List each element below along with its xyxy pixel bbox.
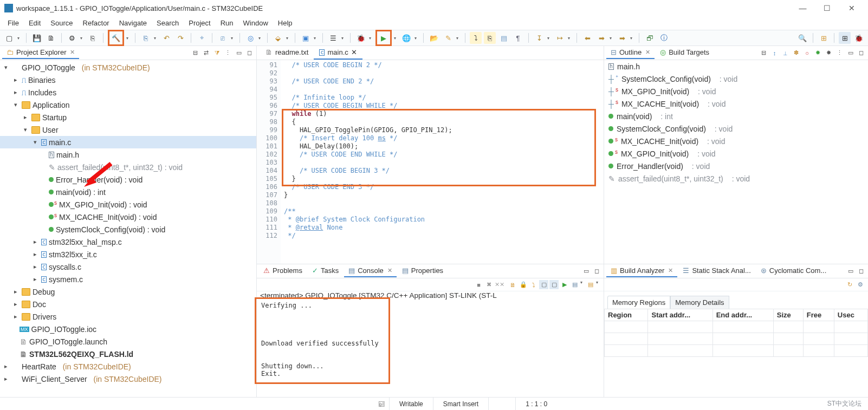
- perspective2-button[interactable]: ⊞: [839, 32, 851, 44]
- build-button[interactable]: 🔨: [110, 32, 122, 44]
- drivers-node[interactable]: Drivers: [33, 313, 56, 321]
- maximize-view-button[interactable]: ◻: [245, 48, 254, 57]
- run-last-button[interactable]: 🌐: [400, 32, 412, 44]
- external-button[interactable]: 🗗: [644, 32, 656, 44]
- maximize-view-button[interactable]: ◻: [857, 266, 866, 276]
- col-used[interactable]: Usec: [834, 309, 867, 321]
- build-config-button[interactable]: ☰: [327, 32, 339, 44]
- outline-main-h[interactable]: main.h: [617, 62, 640, 71]
- outline-tree[interactable]: hmain.h ┼⁺SystemClock_Config(void) : voi…: [604, 60, 868, 264]
- save-button[interactable]: 💾: [31, 32, 43, 44]
- close-icon[interactable]: ✕: [351, 48, 357, 56]
- outline-main[interactable]: main(void): [617, 112, 652, 121]
- col-start[interactable]: Start addr...: [648, 309, 712, 321]
- minimize-view-button[interactable]: ▭: [581, 266, 591, 276]
- flash-node[interactable]: STM32L562QEIXQ_FLASH.ld: [29, 350, 133, 359]
- col-size[interactable]: Size: [773, 309, 803, 321]
- hide6-button[interactable]: ✸: [824, 48, 833, 57]
- config-button[interactable]: ⚙: [66, 32, 78, 44]
- menu-project[interactable]: Project: [184, 18, 215, 28]
- menu-help[interactable]: Help: [274, 18, 297, 28]
- display-button[interactable]: ▤: [570, 280, 579, 289]
- perspective1-button[interactable]: ⊞: [818, 32, 830, 44]
- perspective3-button[interactable]: 🐞: [853, 32, 865, 44]
- outline-assert-failed[interactable]: assert_failed(uint8_t*, uint32_t): [618, 174, 723, 183]
- step-button[interactable]: ↧: [533, 32, 545, 44]
- tool3-button[interactable]: ⎚: [217, 32, 229, 44]
- remove-all-button[interactable]: ⨯⨯: [495, 280, 504, 289]
- outline-gpio-decl[interactable]: MX_GPIO_Init(void): [621, 87, 689, 96]
- syscalls-node[interactable]: syscalls.c: [49, 263, 81, 271]
- target-button[interactable]: ◎: [244, 32, 256, 44]
- run-button[interactable]: ▶: [378, 32, 390, 44]
- para-button[interactable]: ¶: [512, 32, 524, 44]
- col-region[interactable]: Region: [605, 309, 648, 321]
- heartrate-node[interactable]: HeartRate: [22, 362, 56, 371]
- maximize-view-button[interactable]: ◻: [592, 266, 601, 276]
- close-window-button[interactable]: ✕: [839, 1, 864, 16]
- main-h-node[interactable]: main.h: [56, 151, 79, 159]
- close-icon[interactable]: ✕: [645, 49, 650, 56]
- outline-error-handler[interactable]: Error_Handler(void): [617, 162, 683, 171]
- compare-button[interactable]: ⎘: [140, 32, 152, 44]
- binaries-node[interactable]: Binaries: [28, 76, 56, 84]
- minimize-view-button[interactable]: ▭: [846, 266, 855, 276]
- minimize-button[interactable]: —: [791, 1, 815, 16]
- menu-window[interactable]: Window: [239, 18, 273, 28]
- pick-button[interactable]: ⌖: [196, 32, 208, 44]
- block-button[interactable]: ▤: [498, 32, 510, 44]
- wordwrap-button[interactable]: ⤵: [529, 280, 538, 289]
- link-editor-button[interactable]: ⇄: [202, 48, 211, 57]
- startup-node[interactable]: Startup: [42, 113, 67, 122]
- memory-details-tab[interactable]: Memory Details: [670, 296, 729, 309]
- memory-table[interactable]: Region Start addr... End addr... Size Fr…: [604, 309, 868, 397]
- console-tab[interactable]: ▤Console✕: [344, 265, 397, 277]
- minimize-view-button[interactable]: ▭: [234, 48, 243, 57]
- folder-button[interactable]: 📂: [428, 32, 440, 44]
- launch-button[interactable]: ▣: [300, 32, 312, 44]
- menu-search[interactable]: Search: [152, 18, 183, 28]
- undo-nav-button[interactable]: ↶: [160, 32, 172, 44]
- static-stack-tab[interactable]: ☰Static Stack Anal...: [678, 265, 755, 277]
- outline-sysclock-decl[interactable]: SystemClock_Config(void): [621, 75, 711, 83]
- outline-icache-decl[interactable]: MX_ICACHE_Init(void): [621, 100, 699, 108]
- menu-refactor[interactable]: Refactor: [79, 18, 114, 28]
- stepover-button[interactable]: ↦: [554, 32, 566, 44]
- assert-failed-node[interactable]: assert_failed(uint8_t*, uint32_t) : void: [57, 163, 183, 172]
- tool1-button[interactable]: ⎘: [87, 32, 99, 44]
- outline-gpio[interactable]: MX_GPIO_Init(void): [621, 149, 689, 158]
- save-all-button[interactable]: 🗎: [45, 32, 57, 44]
- terminate-button[interactable]: ■: [474, 280, 483, 289]
- refresh-button[interactable]: ↻: [845, 280, 854, 289]
- minimize-view-button[interactable]: ▭: [846, 48, 855, 57]
- annot-button[interactable]: ⎘: [484, 32, 496, 44]
- hide3-button[interactable]: ✽: [792, 48, 801, 57]
- settings-button[interactable]: ⚙: [856, 280, 865, 289]
- close-icon[interactable]: ✕: [70, 49, 75, 56]
- launch-node[interactable]: GPIO_IOToggle.launch: [29, 337, 107, 346]
- ioc-node[interactable]: GPIO_IOToggle.ioc: [31, 325, 97, 334]
- includes-node[interactable]: Includes: [28, 88, 56, 97]
- tasks-tab[interactable]: ✓Tasks: [308, 265, 343, 277]
- hal-msp-node[interactable]: stm32l5xx_hal_msp.c: [49, 238, 122, 246]
- open-type-button[interactable]: ⬙: [272, 32, 284, 44]
- mx-icache-node[interactable]: MX_ICACHE_Init(void) : void: [59, 213, 157, 222]
- menu-navigate[interactable]: Navigate: [115, 18, 151, 28]
- col-free[interactable]: Free: [803, 309, 834, 321]
- fwd-button[interactable]: ➡: [595, 32, 607, 44]
- col-end[interactable]: End addr...: [712, 309, 773, 321]
- build-analyzer-tab[interactable]: ▥Build Analyzer✕: [606, 265, 677, 277]
- tab-readme[interactable]: 🗎readme.txt: [260, 46, 314, 60]
- collapse-all-button[interactable]: ⊟: [191, 48, 200, 57]
- user-node[interactable]: User: [42, 126, 59, 134]
- new-console-button[interactable]: ▤: [586, 280, 595, 289]
- menu-source[interactable]: Source: [46, 18, 77, 28]
- sysmem-node[interactable]: sysmem.c: [49, 275, 83, 284]
- code-content[interactable]: /* USER CODE BEGIN 2 */ /* USER CODE END…: [281, 60, 604, 264]
- outline-icache[interactable]: MX_ICACHE_Init(void): [621, 137, 698, 146]
- redo-nav-button[interactable]: ↷: [174, 32, 186, 44]
- info-button[interactable]: ⓘ: [658, 32, 670, 44]
- clear-button[interactable]: 🗎: [508, 280, 517, 289]
- outline-tab[interactable]: ⊟Outline✕: [606, 47, 655, 59]
- menu-edit[interactable]: Edit: [24, 18, 45, 28]
